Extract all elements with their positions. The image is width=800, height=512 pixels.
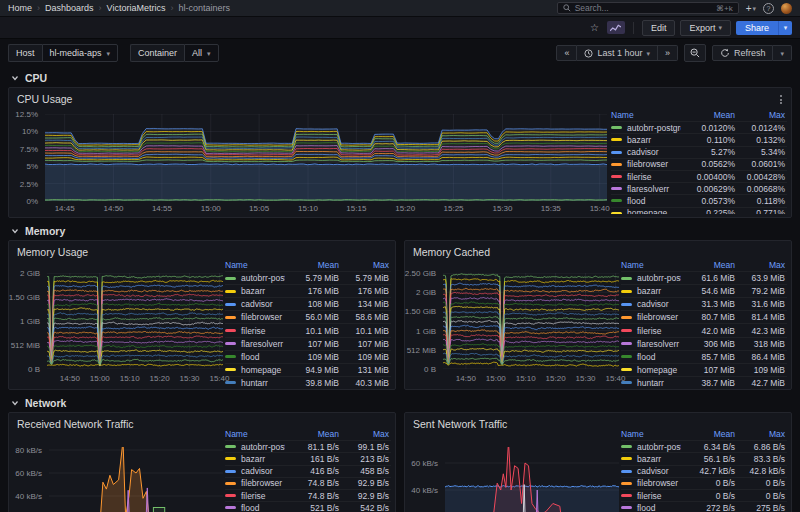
legend-series-name[interactable]: filerise	[225, 491, 285, 501]
legend-series-name[interactable]: cadvisor	[225, 466, 285, 476]
legend-series-name[interactable]: autobrr-postgres	[611, 123, 681, 133]
legend-max-value: 0.0601%	[735, 159, 787, 169]
sent-network-chart[interactable]	[445, 447, 619, 512]
legend-series-name[interactable]: homepage	[225, 365, 285, 375]
legend-max-value: 458 B/s	[339, 466, 391, 476]
legend-series-name[interactable]: homepage	[611, 208, 681, 214]
legend-header: NameMeanMax	[621, 258, 787, 271]
legend-series-name[interactable]: flood	[225, 352, 285, 362]
time-shift-forward-button[interactable]: »	[658, 45, 678, 61]
legend-series-name[interactable]: flood	[611, 196, 681, 206]
x-tick-label: 14:55	[152, 204, 172, 213]
legend-max-value: 42.3 MiB	[735, 326, 787, 336]
avatar[interactable]	[781, 3, 792, 14]
y-axis: 0 B512 MiB1 GiB1.50 GiB2 GiB	[9, 273, 44, 369]
legend-row: bazarr161 B/s213 B/s	[225, 452, 391, 464]
legend-series-name[interactable]: bazarr	[611, 135, 681, 145]
time-range-picker[interactable]: Last 1 hour ▾	[577, 45, 658, 61]
y-tick-label: 0 B	[28, 365, 40, 374]
time-shift-back-button[interactable]: «	[556, 45, 577, 61]
legend-mean-value: 0.110%	[681, 135, 735, 145]
export-button[interactable]: Export▾	[680, 20, 731, 36]
legend-mean-value: 161 B/s	[285, 454, 339, 464]
legend-row: autobrr-postgres5.79 MiB5.79 MiB	[225, 271, 391, 284]
legend-series-name[interactable]: bazarr	[225, 286, 285, 296]
legend-max-value: 109 MiB	[339, 352, 391, 362]
legend-series-name[interactable]: cadvisor	[611, 147, 681, 157]
legend-row: autobrr-postgres6.34 B/s6.86 B/s	[621, 440, 787, 452]
legend-series-name[interactable]: homepage	[621, 365, 681, 375]
legend: NameMeanMaxautobrr-postgres0.0120%0.0124…	[611, 109, 787, 214]
legend-max-value: 0 B/s	[735, 491, 787, 501]
panel-insights-button[interactable]	[607, 21, 625, 34]
legend-series-name[interactable]: bazarr	[225, 454, 285, 464]
legend-max-value: 5.79 MiB	[339, 273, 391, 283]
legend-series-name[interactable]: filerise	[225, 326, 285, 336]
legend-row: filerise74.8 B/s92.9 B/s	[225, 489, 391, 501]
cpu-usage-chart[interactable]	[45, 114, 607, 201]
legend-series-name[interactable]: flaresolverr	[225, 339, 285, 349]
legend-series-name[interactable]: cadvisor	[621, 466, 681, 476]
breadcrumb-item[interactable]: Home	[8, 3, 32, 13]
new-item-button[interactable]: +▾	[746, 3, 756, 14]
refresh-button[interactable]: Refresh	[712, 45, 774, 61]
share-button[interactable]: Share	[736, 21, 778, 35]
legend-row: flaresolverr0.00629%0.00668%	[611, 182, 787, 194]
section-header-network[interactable]: Network	[8, 395, 792, 410]
legend-mean-value: 0.0573%	[681, 196, 735, 206]
panel-menu-icon[interactable]	[778, 93, 784, 106]
legend-series-name[interactable]: filebrowser	[621, 312, 681, 322]
legend-series-name[interactable]: autobrr-postgres	[621, 442, 681, 452]
legend-series-name[interactable]: filerise	[621, 326, 681, 336]
legend-mean-value: 107 MiB	[285, 339, 339, 349]
legend-series-name[interactable]: flaresolverr	[621, 339, 681, 349]
legend-row: filerise42.0 MiB42.3 MiB	[621, 323, 787, 336]
refresh-interval-button[interactable]: ▾	[773, 45, 792, 61]
legend-series-name[interactable]: cadvisor	[621, 299, 681, 309]
legend-series-name[interactable]: huntarr	[621, 378, 681, 387]
help-icon[interactable]: ?	[763, 3, 774, 14]
x-tick-label: 15:20	[395, 204, 415, 213]
share-menu-button[interactable]: ▾	[778, 21, 792, 35]
legend-series-name[interactable]: flood	[621, 352, 681, 362]
legend-series-name[interactable]: filerise	[611, 172, 681, 182]
zoom-out-button[interactable]	[684, 44, 706, 62]
legend-series-name[interactable]: filebrowser	[225, 312, 285, 322]
panel-title: Memory Cached	[413, 246, 490, 258]
legend-series-name[interactable]: flaresolverr	[611, 184, 681, 194]
breadcrumb-item[interactable]: hl-containers	[178, 3, 230, 13]
legend-series-name[interactable]: huntarr	[225, 378, 285, 387]
memory-usage-chart[interactable]	[47, 273, 223, 369]
host-variable-select[interactable]: Host hl-media-aps▾	[8, 44, 118, 62]
legend-series-name[interactable]: cadvisor	[225, 299, 285, 309]
section-header-memory[interactable]: Memory	[8, 223, 792, 238]
legend-series-name[interactable]: filebrowser	[611, 159, 681, 169]
received-network-chart[interactable]	[49, 447, 223, 512]
legend-mean-value: 108 MiB	[285, 299, 339, 309]
legend-mean-value: 306 MiB	[681, 339, 735, 349]
legend-series-name[interactable]: flood	[225, 503, 285, 512]
legend-series-name[interactable]: autobrr-postgres	[621, 273, 681, 283]
legend-series-name[interactable]: autobrr-postgres	[225, 442, 285, 452]
legend-series-name[interactable]: filebrowser	[621, 478, 681, 488]
container-variable-select[interactable]: Container All▾	[130, 44, 219, 62]
edit-button[interactable]: Edit	[642, 20, 676, 36]
y-tick-label: 2.5%	[20, 180, 38, 189]
legend-series-name[interactable]: flood	[621, 503, 681, 512]
x-tick-label: 14:45	[55, 204, 75, 213]
memory-cached-chart[interactable]	[443, 273, 619, 369]
section-header-cpu[interactable]: CPU	[8, 70, 792, 85]
search-input[interactable]: Search... ⌘+k	[557, 2, 739, 14]
legend-series-name[interactable]: filerise	[621, 491, 681, 501]
star-icon[interactable]: ☆	[587, 21, 602, 34]
legend-series-name[interactable]: autobrr-postgres	[225, 273, 285, 283]
breadcrumb-item[interactable]: Dashboards	[45, 3, 94, 13]
legend-mean-value: 80.7 MiB	[681, 312, 735, 322]
breadcrumb-item[interactable]: VictoriaMetrics	[107, 3, 166, 13]
chevron-down-icon: ▾	[107, 50, 111, 57]
legend-series-name[interactable]: filebrowser	[225, 478, 285, 488]
y-tick-label: 1 GiB	[416, 327, 436, 336]
legend-series-name[interactable]: bazarr	[621, 286, 681, 296]
legend-series-name[interactable]: bazarr	[621, 454, 681, 464]
legend-max-value: 5.34%	[735, 147, 787, 157]
